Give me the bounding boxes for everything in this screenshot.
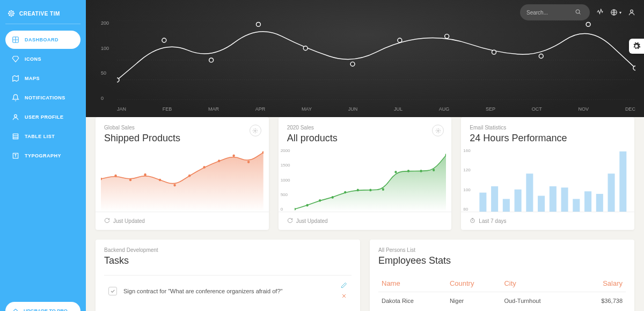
svg-rect-59 (480, 193, 487, 212)
check-icon (110, 288, 115, 294)
close-icon (341, 293, 347, 299)
svg-point-43 (247, 161, 250, 163)
svg-point-5 (9, 11, 10, 12)
svg-point-49 (331, 196, 333, 199)
th-name: Name (378, 275, 447, 292)
employees-title: Employees Stats (378, 255, 626, 266)
svg-point-28 (492, 50, 496, 54)
svg-point-15 (631, 10, 633, 12)
tasks-category: Backend Development (104, 247, 352, 253)
svg-point-42 (232, 154, 235, 157)
card-title: Shipped Products (104, 133, 260, 144)
account-icon[interactable] (628, 9, 635, 16)
svg-point-27 (445, 34, 449, 39)
task-delete-button[interactable] (341, 293, 347, 300)
svg-point-0 (10, 12, 12, 15)
sidebar: CREATIVE TIM DASHBOARD ICONS MAPS NOTIFI… (0, 0, 86, 311)
svg-point-20 (117, 78, 119, 82)
settings-fab[interactable] (629, 39, 644, 54)
card-gear-button[interactable] (250, 125, 261, 136)
card-y-axis: 2000150010005000 (281, 148, 290, 212)
svg-point-37 (159, 179, 161, 182)
tasks-card: Backend Development Tasks Sign contract … (96, 240, 360, 311)
svg-point-45 (437, 130, 439, 132)
hero-chart-panel: ▾ 200 100 50 0 JANFEBMARAPRMAYJUNJULAUGS… (86, 0, 644, 117)
task-edit-button[interactable] (341, 282, 347, 290)
svg-point-40 (203, 166, 205, 169)
task-row: Sign contract for "What are conference o… (104, 275, 352, 307)
rocket-icon (12, 307, 19, 311)
svg-rect-64 (538, 196, 545, 212)
card-category: 2020 Sales (287, 125, 443, 131)
card-footer: Just Updated (96, 212, 269, 230)
svg-point-55 (407, 170, 409, 172)
sidebar-item-label: DASHBOARD (25, 37, 58, 42)
svg-point-31 (633, 66, 635, 70)
svg-point-24 (303, 46, 308, 50)
svg-point-54 (394, 171, 397, 173)
card-shipped-products: Global Sales Shipped Products Just Updat… (96, 117, 269, 230)
gear-icon (252, 128, 258, 134)
svg-point-10 (14, 114, 17, 117)
svg-point-2 (11, 16, 12, 17)
svg-point-21 (162, 38, 166, 42)
svg-point-26 (398, 38, 402, 42)
card-title: All products (287, 133, 443, 144)
stats-icon[interactable] (596, 9, 604, 16)
upgrade-button[interactable]: UPGRADE TO PRO (5, 302, 80, 311)
svg-point-8 (12, 11, 13, 12)
brand[interactable]: CREATIVE TIM (5, 6, 80, 24)
upgrade-label: UPGRADE TO PRO (24, 308, 68, 311)
sidebar-item-typography[interactable]: TYPOGRAPHY (5, 147, 80, 165)
th-salary: Salary (577, 275, 626, 292)
svg-point-39 (188, 175, 191, 177)
map-icon (12, 75, 19, 82)
svg-rect-67 (573, 199, 580, 212)
card-chart (96, 148, 269, 212)
sidebar-item-label: NOTIFICATIONS (25, 95, 65, 100)
svg-point-13 (576, 10, 580, 13)
svg-point-25 (350, 62, 355, 66)
refresh-icon (287, 218, 293, 225)
card-all-products: 2020 Sales All products 2000150010005000… (279, 117, 452, 230)
svg-rect-68 (584, 191, 591, 212)
sidebar-item-table-list[interactable]: TABLE LIST (5, 127, 80, 146)
search-box[interactable] (520, 4, 590, 20)
card-footer: Last 7 days (461, 212, 634, 230)
table-row: Dakota Rice Niger Oud-Turnhout $36,738 (378, 292, 626, 310)
tasks-title: Tasks (104, 255, 352, 266)
refresh-icon (104, 218, 110, 225)
svg-point-30 (586, 22, 590, 26)
lower-row: Backend Development Tasks Sign contract … (86, 230, 644, 311)
globe-dropdown[interactable]: ▾ (610, 9, 621, 16)
svg-point-4 (13, 13, 14, 14)
svg-rect-71 (620, 151, 627, 212)
card-title: 24 Hours Performance (470, 133, 626, 144)
task-checkbox[interactable] (108, 287, 117, 295)
svg-point-6 (12, 15, 13, 16)
th-country: Country (447, 275, 501, 292)
sidebar-item-icons[interactable]: ICONS (5, 50, 80, 68)
svg-rect-62 (515, 190, 522, 212)
sidebar-item-label: TABLE LIST (25, 134, 55, 139)
svg-point-23 (256, 22, 260, 26)
sidebar-item-notifications[interactable]: NOTIFICATIONS (5, 89, 80, 107)
svg-point-3 (8, 13, 9, 14)
nav: DASHBOARD ICONS MAPS NOTIFICATIONS USER … (5, 31, 80, 165)
hero-y-axis: 200 100 50 0 (101, 20, 109, 101)
svg-rect-11 (13, 134, 18, 139)
search-icon[interactable] (575, 8, 581, 17)
svg-point-51 (356, 189, 358, 192)
svg-rect-60 (491, 186, 498, 212)
edit-icon (341, 282, 347, 288)
sidebar-item-user-profile[interactable]: USER PROFILE (5, 108, 80, 126)
sidebar-item-label: ICONS (25, 56, 41, 62)
gear-icon (435, 128, 441, 134)
svg-point-29 (539, 54, 543, 59)
svg-point-1 (11, 10, 12, 11)
sidebar-item-maps[interactable]: MAPS (5, 69, 80, 88)
user-icon (12, 113, 19, 121)
sidebar-item-dashboard[interactable]: DASHBOARD (5, 31, 80, 49)
search-input[interactable] (526, 10, 575, 16)
svg-rect-66 (561, 187, 568, 212)
